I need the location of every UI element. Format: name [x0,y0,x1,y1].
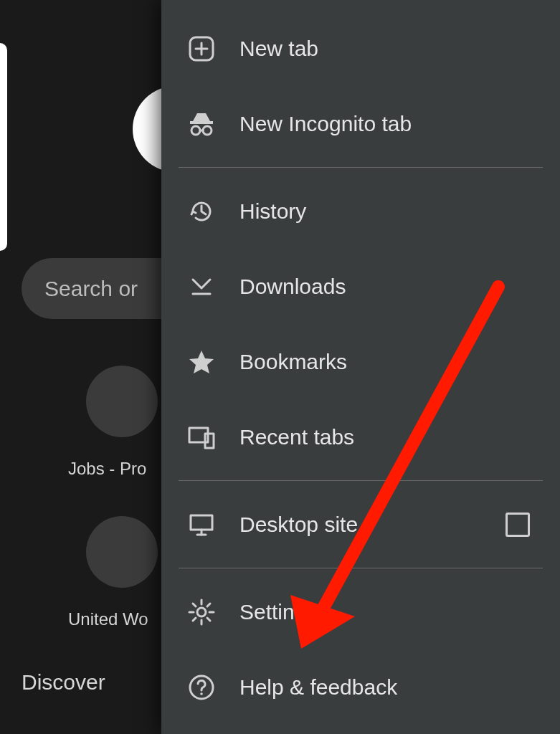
chrome-overflow-menu: New tab New Incognito tab History [161,0,560,734]
svg-point-4 [191,126,200,135]
shortcut-tile-1[interactable] [86,366,158,437]
menu-item-label: History [239,199,306,224]
shortcut-tile-2[interactable] [86,516,158,588]
svg-rect-10 [191,515,212,530]
monitor-icon [186,510,217,540]
downloads-icon [186,272,217,302]
gear-icon [186,597,217,627]
star-icon [186,347,217,377]
plus-box-icon [186,34,217,64]
menu-divider [179,480,543,481]
svg-line-18 [193,604,196,606]
svg-point-23 [200,692,203,695]
menu-item-label: New Incognito tab [239,112,412,136]
recent-tabs-icon [186,422,217,452]
menu-item-label: Settings [239,600,317,624]
menu-item-label: Help & feedback [239,675,397,700]
menu-item-label: Downloads [239,275,346,299]
menu-item-incognito[interactable]: New Incognito tab [161,86,560,161]
menu-item-help-feedback[interactable]: Help & feedback [161,649,560,725]
shortcut-label-1: Jobs - Pro [68,459,146,479]
menu-item-new-tab[interactable]: New tab [161,11,560,86]
svg-rect-9 [205,434,214,448]
svg-rect-3 [190,121,213,124]
menu-item-desktop-site[interactable]: Desktop site [161,487,560,562]
checkbox-empty-icon [506,513,530,537]
menu-item-recent-tabs[interactable]: Recent tabs [161,399,560,475]
menu-divider [179,167,543,168]
svg-line-20 [193,618,196,621]
incognito-icon [186,109,217,139]
history-icon [186,196,217,227]
menu-item-label: New tab [239,37,318,61]
menu-item-label: Desktop site [239,513,358,537]
menu-item-label: Recent tabs [239,425,354,449]
menu-item-label: Bookmarks [239,350,347,374]
svg-point-13 [197,608,206,616]
svg-line-21 [207,604,210,606]
shortcut-label-2: United Wo [68,609,148,629]
menu-item-downloads[interactable]: Downloads [161,249,560,324]
menu-item-bookmarks[interactable]: Bookmarks [161,324,560,399]
desktop-site-checkbox[interactable] [504,511,531,538]
menu-item-history[interactable]: History [161,173,560,249]
help-icon [186,672,217,702]
svg-line-19 [207,618,210,621]
search-placeholder: Search or [44,277,138,301]
menu-item-settings[interactable]: Settings [161,574,560,649]
discover-heading: Discover [22,670,105,695]
menu-divider [179,568,543,568]
svg-point-5 [203,126,212,135]
tab-edge [0,43,7,251]
